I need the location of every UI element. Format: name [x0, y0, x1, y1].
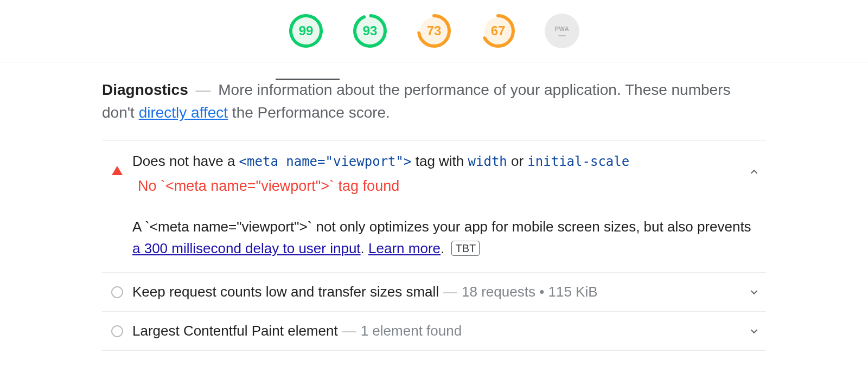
- diagnostics-header: Diagnostics — More information about the…: [102, 79, 766, 124]
- chevron-up-icon: [742, 150, 766, 178]
- audit-viewport: Does not have a <meta name="viewport"> t…: [102, 141, 766, 273]
- audit-toggle[interactable]: Largest Contentful Paint element —1 elem…: [102, 312, 766, 350]
- audit-subtitle: 1 element found: [361, 323, 462, 339]
- score-value: 67: [491, 23, 506, 38]
- audit-title: Largest Contentful Paint element —1 elem…: [132, 320, 742, 342]
- score-value: 73: [427, 23, 442, 38]
- score-gauge-pwa[interactable]: PWA: [545, 14, 579, 48]
- info-icon: [102, 325, 132, 337]
- audit-toggle[interactable]: Does not have a <meta name="viewport"> t…: [102, 141, 766, 202]
- audit-error: No `<meta name="viewport">` tag found: [138, 175, 742, 197]
- diagnostics-title: Diagnostics: [102, 81, 188, 98]
- learn-more-link[interactable]: Learn more: [368, 240, 441, 256]
- fail-icon: [102, 150, 132, 175]
- info-icon: [102, 286, 132, 298]
- report-content: Diagnostics — More information about the…: [102, 62, 766, 351]
- dash-separator: —: [192, 81, 214, 98]
- score-gauge-best-practices[interactable]: 73: [417, 14, 451, 48]
- diagnostics-link[interactable]: directly affect: [139, 104, 228, 121]
- audit-title: Does not have a <meta name="viewport"> t…: [132, 150, 742, 202]
- score-gauge-performance[interactable]: 99: [289, 14, 323, 48]
- metric-chip: TBT: [451, 241, 480, 256]
- score-value: 93: [363, 23, 378, 38]
- score-gauge-seo[interactable]: 67: [481, 14, 515, 48]
- score-value: 99: [299, 23, 314, 38]
- audit-requests: Keep request counts low and transfer siz…: [102, 273, 766, 312]
- audit-title: Keep request counts low and transfer siz…: [132, 281, 742, 303]
- audit-description: A `<meta name="viewport">` not only opti…: [132, 216, 766, 260]
- audit-lcp-element: Largest Contentful Paint element —1 elem…: [102, 312, 766, 351]
- audit-toggle[interactable]: Keep request counts low and transfer siz…: [102, 273, 766, 311]
- score-gauge-accessibility[interactable]: 93: [353, 14, 387, 48]
- chevron-down-icon: [742, 325, 766, 337]
- diagnostics-desc-after: the Performance score.: [228, 104, 390, 121]
- audit-subtitle: 18 requests • 115 KiB: [462, 284, 597, 300]
- chevron-down-icon: [742, 286, 766, 298]
- scores-bar: 99 93 73 67 PWA: [0, 0, 868, 62]
- pwa-label: PWA: [555, 25, 570, 32]
- delay-link[interactable]: a 300 millisecond delay to user input: [132, 240, 361, 256]
- dash-icon: [558, 35, 566, 36]
